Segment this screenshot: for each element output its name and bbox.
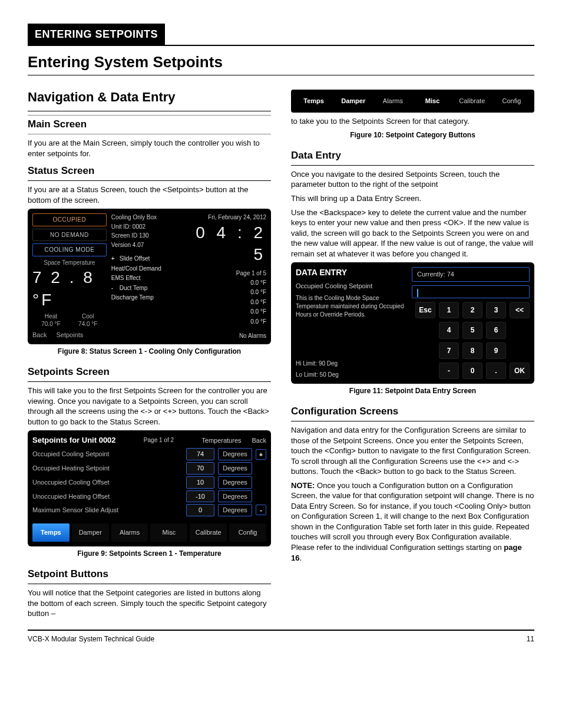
back-button[interactable]: Back — [252, 436, 266, 445]
label: Slide Offset — [120, 255, 150, 263]
label: Unit ID: 0002 — [111, 223, 188, 231]
key-5[interactable]: 5 — [462, 322, 482, 338]
label: Cooling Only Box — [111, 213, 188, 222]
sp-buttons-text-post: to take you to the Setpoints Screen for … — [291, 116, 534, 127]
key-3[interactable]: 3 — [486, 302, 506, 318]
data-entry-heading: Data Entry — [291, 147, 534, 166]
sps-heading: Setpoints Screen — [28, 363, 271, 382]
plus-button[interactable]: + — [256, 449, 266, 460]
value: 0.0 °F — [250, 279, 266, 287]
label: Discharge Temp — [111, 294, 154, 302]
space-temp: 7 2 . 8 °F — [32, 266, 107, 311]
status-text: If you are at a Status Screen, touch the… — [28, 185, 271, 205]
sp-desc: This is the Cooling Mode Space Temperatu… — [296, 294, 405, 319]
category-strip-figure: Temps Damper Alarms Misc Calibrate Confi… — [291, 90, 534, 113]
value: 74.0 °F — [78, 321, 97, 327]
label: Screen ID 130 — [111, 232, 188, 240]
sp-buttons-text: You will notice that the Setpoint catego… — [28, 588, 271, 619]
tab-damper[interactable]: Damper — [72, 523, 109, 542]
status-badge: COOLING MODE — [32, 243, 107, 256]
main-screen-heading: Main Screen — [28, 115, 271, 134]
key-4[interactable]: 4 — [439, 322, 459, 338]
page-title: Entering System Setpoints — [28, 52, 534, 73]
label: Heat — [45, 313, 57, 319]
status-badge: NO DEMAND — [32, 229, 107, 242]
value: 0.0 °F — [250, 288, 266, 297]
tab-config[interactable]: Config — [492, 93, 531, 109]
tab-temps[interactable]: Temps — [295, 93, 333, 109]
label: Version 4.07 — [111, 241, 188, 249]
sp-label: Occupied Heating Setpoint — [32, 464, 183, 473]
sp-value[interactable]: 70 — [186, 462, 214, 475]
sp-label: Occupied Cooling Setpoint — [32, 450, 183, 459]
key-esc[interactable]: Esc — [415, 302, 435, 318]
key-7[interactable]: 7 — [439, 342, 459, 359]
setpoints-screen-figure: Setpoints for Unit 0002 Page 1 of 2 Temp… — [28, 430, 271, 546]
sp-label: Unoccupied Heating Offset — [32, 492, 183, 501]
key-0[interactable]: 0 — [462, 363, 482, 379]
tab-calibrate[interactable]: Calibrate — [190, 523, 227, 542]
tab-config[interactable]: Config — [229, 523, 266, 542]
de-title: DATA ENTRY — [296, 267, 405, 278]
sp-label: Unoccupied Cooling Offset — [32, 478, 183, 487]
key-dot[interactable]: . — [486, 363, 506, 379]
tab-temps[interactable]: Temps — [32, 523, 70, 542]
status-badge: OCCUPIED — [32, 213, 107, 226]
tab-alarms[interactable]: Alarms — [111, 523, 148, 542]
tab-calibrate[interactable]: Calibrate — [453, 93, 491, 109]
sp-name: Occupied Cooling Setpoint — [296, 282, 405, 291]
back-button[interactable]: Back — [32, 331, 47, 340]
minus-button[interactable]: - — [256, 505, 266, 515]
label: Duct Temp — [120, 284, 148, 292]
page-indicator: Page 1 of 5 — [192, 269, 266, 278]
key-backspace[interactable]: << — [510, 302, 530, 318]
sp-unit: Degrees — [218, 490, 252, 503]
sp-value[interactable]: 10 — [186, 476, 214, 489]
key-ok[interactable]: OK — [510, 363, 530, 379]
sp-value[interactable]: -10 — [186, 490, 214, 503]
sp-value[interactable]: 0 — [186, 504, 214, 516]
page-indicator: Page 1 of 2 — [122, 436, 196, 444]
sp-unit: Degrees — [218, 476, 252, 489]
key-8[interactable]: 8 — [462, 342, 482, 359]
key-9[interactable]: 9 — [486, 342, 506, 359]
de-text-2: This will bring up a Data Entry Screen. — [291, 193, 534, 204]
sp-unit: Degrees — [218, 448, 252, 460]
lo-limit: Lo Limit: 50 Deg — [296, 371, 405, 379]
key-minus[interactable]: - — [439, 363, 459, 379]
config-note: NOTE: NOTE: Once you touch a Configurati… — [291, 480, 534, 563]
sp-unit: Degrees — [218, 504, 252, 516]
data-entry-figure: DATA ENTRY Occupied Cooling Setpoint Thi… — [291, 262, 534, 384]
label: EMS Effect — [111, 274, 141, 282]
clock: 0 4 : 2 5 — [192, 222, 266, 266]
setpoints-button[interactable]: Setpoints — [56, 331, 83, 340]
figure-caption: Figure 9: Setpoints Screen 1 - Temperatu… — [28, 549, 271, 558]
group-label: Temperatures — [201, 436, 241, 445]
sp-label: Maximum Sensor Slide Adjust — [32, 506, 183, 515]
value: 0.0 °F — [250, 318, 266, 326]
footer-page: 11 — [527, 634, 534, 644]
no-alarms[interactable]: No Alarms — [192, 332, 266, 340]
sp-value[interactable]: 74 — [186, 448, 214, 460]
config-text: Navigation and data entry for the Config… — [291, 425, 534, 477]
label: Cool — [82, 313, 94, 319]
figure-caption: Figure 10: Setpoint Category Buttons — [291, 130, 534, 140]
breadcrumb: ENTERING SETPOINTS — [28, 24, 165, 45]
keypad: Esc 1 2 3 << 4 5 6 7 8 9 — [412, 302, 530, 379]
key-2[interactable]: 2 — [462, 302, 482, 318]
figure-caption: Figure 11: Setpoint Data Entry Screen — [291, 386, 534, 396]
main-screen-text: If you are at the Main Screen, simply to… — [28, 138, 271, 159]
entry-field[interactable] — [412, 285, 530, 298]
nav-heading: Navigation & Data Entry — [28, 88, 271, 106]
de-text-1: Once you navigate to the desired Setpoin… — [291, 169, 534, 190]
label: Space Temperature — [32, 259, 107, 267]
sps-text: This will take you to the first Setpoint… — [28, 386, 271, 427]
sp-buttons-heading: Setpoint Buttons — [28, 565, 271, 584]
key-1[interactable]: 1 — [439, 302, 459, 318]
key-6[interactable]: 6 — [486, 322, 506, 338]
tab-damper[interactable]: Damper — [334, 93, 372, 109]
tab-misc[interactable]: Misc — [414, 93, 452, 109]
sp-title: Setpoints for Unit 0002 — [32, 435, 116, 446]
tab-alarms[interactable]: Alarms — [373, 93, 412, 109]
tab-misc[interactable]: Misc — [150, 523, 187, 542]
